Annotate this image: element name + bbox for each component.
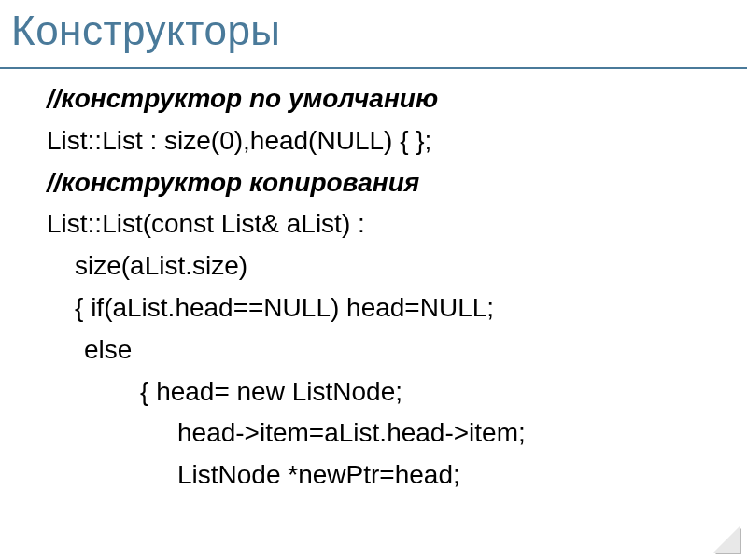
slide-container: Конструкторы //конструктор по умолчанию … [0, 0, 747, 560]
comment-copy-constructor: //конструктор копирования [47, 162, 747, 204]
code-new-listnode: { head= new ListNode; [47, 371, 747, 413]
code-head-item: head->item=aList.head->item; [47, 413, 747, 455]
slide-title: Конструкторы [0, 0, 747, 69]
comment-default-constructor: //конструктор по умолчанию [47, 78, 747, 120]
code-else: else [47, 329, 747, 371]
code-default-constructor: List::List : size(0),head(NULL) { }; [47, 120, 747, 162]
code-size-init: size(aList.size) [47, 245, 747, 287]
page-corner-icon [715, 528, 741, 554]
code-copy-constructor-decl: List::List(const List& aList) : [47, 203, 747, 245]
code-newptr: ListNode *newPtr=head; [47, 455, 747, 497]
slide-content: //конструктор по умолчанию List::List : … [0, 69, 747, 497]
code-if-null: { if(aList.head==NULL) head=NULL; [47, 287, 747, 329]
